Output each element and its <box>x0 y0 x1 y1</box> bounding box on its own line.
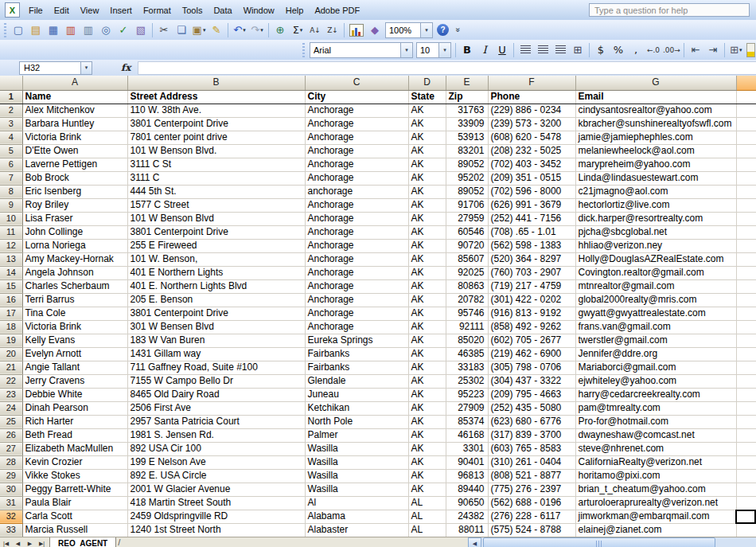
cell-A12[interactable]: Lorna Noriega <box>22 239 127 252</box>
zoom-level-select-dropdown-icon[interactable]: ▾ <box>420 23 432 37</box>
cell-G2[interactable]: cindysantosrealtor@yahoo.com <box>575 104 736 117</box>
cell-C14[interactable]: Anchorage <box>305 266 408 279</box>
cell-G16[interactable]: global2000realty@mris.com <box>575 293 736 307</box>
cell-G1[interactable]: Email <box>575 90 736 104</box>
cell-A33[interactable]: Marcia Russell <box>22 523 127 537</box>
menu-window[interactable]: Window <box>238 2 280 18</box>
cell-C32[interactable]: Alabama <box>305 510 408 523</box>
cell-E26[interactable]: 46168 <box>446 428 488 442</box>
cell-H12[interactable] <box>736 239 756 252</box>
cell-D11[interactable]: AK <box>408 225 446 239</box>
cell-F1[interactable]: Phone <box>488 90 575 104</box>
cell-D12[interactable]: AK <box>408 239 446 252</box>
cell-C29[interactable]: Wasilla <box>305 469 408 483</box>
cell-C7[interactable]: Anchorage <box>305 171 408 185</box>
cell-C3[interactable]: Anchorage <box>305 117 408 131</box>
cell-F17[interactable]: (916) 813 - 9192 <box>488 307 575 320</box>
cell-B14[interactable]: 401 E Northern Lights <box>127 266 305 279</box>
cell-H3[interactable] <box>736 117 756 131</box>
cell-B8[interactable]: 444 5th St. <box>127 185 305 198</box>
cell-D18[interactable]: AK <box>408 320 446 334</box>
autosum-icon-dropdown-icon[interactable]: ▾ <box>300 27 303 33</box>
cell-A5[interactable]: D'Ette Owen <box>22 144 127 158</box>
row-header-31[interactable]: 31 <box>0 496 22 510</box>
cell-G14[interactable]: Covington.realtor@gmail.com <box>575 266 736 279</box>
sheet-tab-reo-agent[interactable]: REO_AGENT <box>49 537 116 547</box>
cell-E6[interactable]: 89052 <box>446 158 488 171</box>
row-header-8[interactable]: 8 <box>0 185 22 198</box>
cell-F30[interactable]: (775) 276 - 2397 <box>488 483 575 496</box>
cell-E11[interactable]: 60546 <box>446 225 488 239</box>
cell-B2[interactable]: 110 W. 38th Ave. <box>127 104 305 117</box>
cell-C4[interactable]: Anchorage <box>305 131 408 144</box>
cell-C12[interactable]: Anchorage <box>305 239 408 252</box>
cell-D16[interactable]: AK <box>408 293 446 307</box>
new-document-icon[interactable]: ▢ <box>10 22 26 38</box>
cell-F27[interactable]: (603) 765 - 8583 <box>488 442 575 455</box>
row-header-6[interactable]: 6 <box>0 158 22 171</box>
cell-G22[interactable]: ejwhiteley@yahoo.com <box>575 374 736 388</box>
cell-G11[interactable]: pjcha@sbcglobal.net <box>575 225 736 239</box>
menu-edit[interactable]: Edit <box>49 2 75 18</box>
row-header-1[interactable]: 1 <box>0 90 22 104</box>
cell-C1[interactable]: City <box>305 90 408 104</box>
cell-H29[interactable] <box>736 469 756 483</box>
cell-A32[interactable]: Carla Scott <box>22 510 127 523</box>
cell-H16[interactable] <box>736 293 756 307</box>
cell-A7[interactable]: Bob Brock <box>22 171 127 185</box>
cell-A23[interactable]: Debbie White <box>22 388 127 401</box>
cell-G25[interactable]: Pro-for@hotmail.com <box>575 415 736 428</box>
cell-C5[interactable]: Anchorage <box>305 144 408 158</box>
row-header-9[interactable]: 9 <box>0 198 22 212</box>
cell-H8[interactable] <box>736 185 756 198</box>
paste-icon[interactable]: ▣▾ <box>191 22 207 38</box>
cell-A6[interactable]: Laverne Pettigen <box>22 158 127 171</box>
cell-C13[interactable]: Anchorage <box>305 252 408 266</box>
cell-G13[interactable]: Holly@DouglasAZRealEstate.com <box>575 252 736 266</box>
cell-G15[interactable]: mtnrealtor@gmail.com <box>575 279 736 293</box>
cell-C33[interactable]: Alabaster <box>305 523 408 537</box>
column-header-F[interactable]: F <box>488 76 575 90</box>
cell-F28[interactable]: (310) 261 - 0404 <box>488 455 575 469</box>
scroll-left-icon[interactable]: ◀ <box>468 537 481 547</box>
cell-F25[interactable]: (623) 680 - 6776 <box>488 415 575 428</box>
column-header-A[interactable]: A <box>22 76 127 90</box>
cell-G12[interactable]: hhliao@verizon.ney <box>575 239 736 252</box>
comma-style-icon[interactable]: , <box>628 42 644 58</box>
help-question-box[interactable]: Type a question for help <box>589 3 750 17</box>
cell-G24[interactable]: pam@tmrealty.com <box>575 401 736 415</box>
cell-C27[interactable]: Wasilla <box>305 442 408 455</box>
undo-icon[interactable]: ↶▾ <box>232 22 247 38</box>
cell-C25[interactable]: North Pole <box>305 415 408 428</box>
cell-D24[interactable]: AK <box>408 401 446 415</box>
cell-A30[interactable]: Peggy Barrett-White <box>22 483 127 496</box>
cell-E15[interactable]: 80863 <box>446 279 488 293</box>
cell-G32[interactable]: jimworkman@embarqmail.com <box>575 510 736 523</box>
font-size-select[interactable]: 10▾ <box>416 42 451 58</box>
cell-B22[interactable]: 7155 W Campo Bello Dr <box>127 374 305 388</box>
redo-icon[interactable]: ↷▾ <box>249 22 265 38</box>
merge-center-icon[interactable]: ⊞ <box>570 42 586 58</box>
help-icon[interactable]: ? <box>437 24 449 36</box>
formula-bar-input[interactable] <box>138 61 756 75</box>
cell-F23[interactable]: (209) 795 - 4663 <box>488 388 575 401</box>
increase-indent-icon[interactable]: ⇥ <box>705 42 721 58</box>
cell-B3[interactable]: 3801 Centerpoint Drive <box>127 117 305 131</box>
cell-H11[interactable] <box>736 225 756 239</box>
row-header-17[interactable]: 17 <box>0 307 22 320</box>
cell-C26[interactable]: Palmer <box>305 428 408 442</box>
cell-A3[interactable]: Barbara Huntley <box>22 117 127 131</box>
cell-D3[interactable]: AK <box>408 117 446 131</box>
cell-F7[interactable]: (209) 351 - 0515 <box>488 171 575 185</box>
cell-D23[interactable]: AK <box>408 388 446 401</box>
cell-F26[interactable]: (317) 839 - 3700 <box>488 428 575 442</box>
currency-icon[interactable]: $ <box>593 42 609 58</box>
cell-A26[interactable]: Beth Fread <box>22 428 127 442</box>
cell-D5[interactable]: AK <box>408 144 446 158</box>
cell-A2[interactable]: Alex Mitchenkov <box>22 104 127 117</box>
autosum-icon[interactable]: Σ▾ <box>290 22 306 38</box>
cell-A17[interactable]: Tina Cole <box>22 307 127 320</box>
cell-G8[interactable]: c21jmagno@aol.com <box>575 185 736 198</box>
cell-B21[interactable]: 711 Gaffney Road, Suite #100 <box>127 361 305 374</box>
cell-E17[interactable]: 95746 <box>446 307 488 320</box>
